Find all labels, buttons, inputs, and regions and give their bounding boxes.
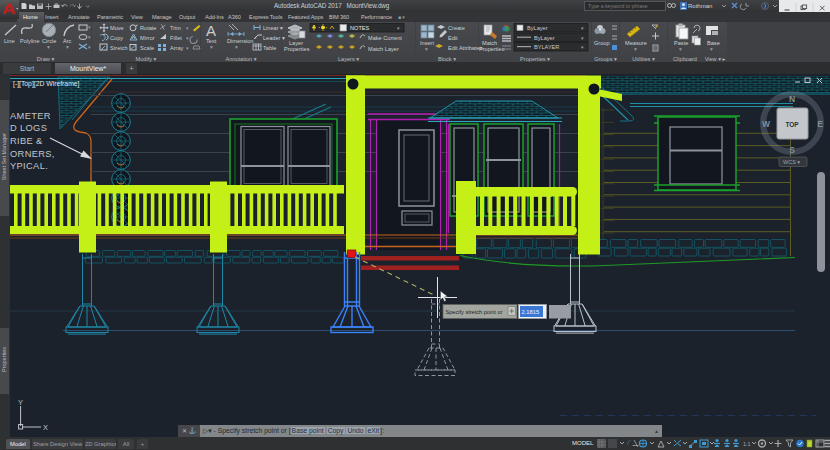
svg-text:Linear ▾: Linear ▾ <box>263 25 283 31</box>
svg-text:Properties: Properties <box>1 347 7 372</box>
svg-text:Move: Move <box>110 25 124 31</box>
svg-text:Scale: Scale <box>140 45 154 51</box>
svg-text:Array: Array <box>170 45 184 51</box>
svg-text:2.1815: 2.1815 <box>522 309 540 315</box>
svg-text:Trim: Trim <box>170 25 181 31</box>
svg-text:▾: ▾ <box>425 46 428 52</box>
svg-text:Sheet Set Manager: Sheet Set Manager <box>1 133 7 181</box>
svg-text:Group: Group <box>594 40 610 46</box>
svg-text:ByLayer: ByLayer <box>527 25 548 31</box>
svg-text:▾: ▾ <box>88 24 91 30</box>
svg-text:X: X <box>43 423 48 432</box>
svg-text:Layer: Layer <box>289 40 303 46</box>
svg-text:TOP: TOP <box>785 121 799 128</box>
svg-text:Base: Base <box>707 40 720 46</box>
svg-text:WCS ▾: WCS ▾ <box>783 159 800 165</box>
svg-text:▾: ▾ <box>186 35 189 41</box>
svg-text:▾: ▾ <box>186 25 189 31</box>
svg-text:D LOGS: D LOGS <box>10 123 47 133</box>
svg-text:▾: ▾ <box>186 45 189 51</box>
svg-text:N: N <box>789 94 795 104</box>
svg-text:Stretch: Stretch <box>110 45 128 51</box>
svg-text:A: A <box>206 22 216 39</box>
svg-text:Y: Y <box>18 398 23 407</box>
svg-text:BYLAYER: BYLAYER <box>534 44 559 50</box>
svg-text:YPICAL.: YPICAL. <box>10 161 48 171</box>
svg-text:▾: ▾ <box>88 34 91 40</box>
svg-text:W: W <box>762 119 771 129</box>
svg-text:Properties: Properties <box>284 46 310 52</box>
svg-text:RIBE &: RIBE & <box>10 136 43 146</box>
svg-text:Copy: Copy <box>110 35 123 41</box>
svg-text:▾: ▾ <box>88 44 91 50</box>
svg-text:Create: Create <box>448 25 465 31</box>
svg-text:ByLayer: ByLayer <box>534 35 555 41</box>
svg-text:▾: ▾ <box>679 46 682 52</box>
svg-text:Properties: Properties <box>479 46 505 52</box>
svg-text:▾: ▾ <box>66 44 69 50</box>
svg-text:▾: ▾ <box>47 44 50 50</box>
svg-text:NOTES: NOTES <box>350 25 370 31</box>
svg-text:Polyline: Polyline <box>20 38 40 44</box>
svg-text:Leader ▾: Leader ▾ <box>263 35 285 41</box>
svg-text:Match Layer: Match Layer <box>368 46 399 52</box>
svg-text:Fillet: Fillet <box>170 35 182 41</box>
svg-text:Mirror: Mirror <box>140 35 155 41</box>
svg-text:▾: ▾ <box>235 44 238 50</box>
svg-text:Edit Attributes: Edit Attributes <box>448 45 483 51</box>
svg-text:ORNERS,: ORNERS, <box>10 149 55 159</box>
svg-text:Line: Line <box>4 38 15 44</box>
svg-text:E: E <box>817 119 823 129</box>
svg-text:Specify stretch point or: Specify stretch point or <box>446 309 503 315</box>
svg-text:Match: Match <box>482 40 497 46</box>
svg-text:1:1: 1:1 <box>743 441 751 447</box>
svg-text:S: S <box>789 145 795 155</box>
svg-text:Rotate: Rotate <box>140 25 156 31</box>
svg-text:Table: Table <box>263 45 276 51</box>
svg-text:Make Current: Make Current <box>368 35 402 41</box>
svg-text:▾: ▾ <box>710 46 713 52</box>
svg-text:[-][Top][2D Wireframe]: [-][Top][2D Wireframe] <box>13 80 80 88</box>
svg-text:Edit: Edit <box>448 35 458 41</box>
svg-text:AMETER: AMETER <box>10 111 51 121</box>
svg-text:▾: ▾ <box>634 46 637 52</box>
svg-text:▾: ▾ <box>210 44 213 50</box>
svg-text:Dimension: Dimension <box>227 38 253 44</box>
